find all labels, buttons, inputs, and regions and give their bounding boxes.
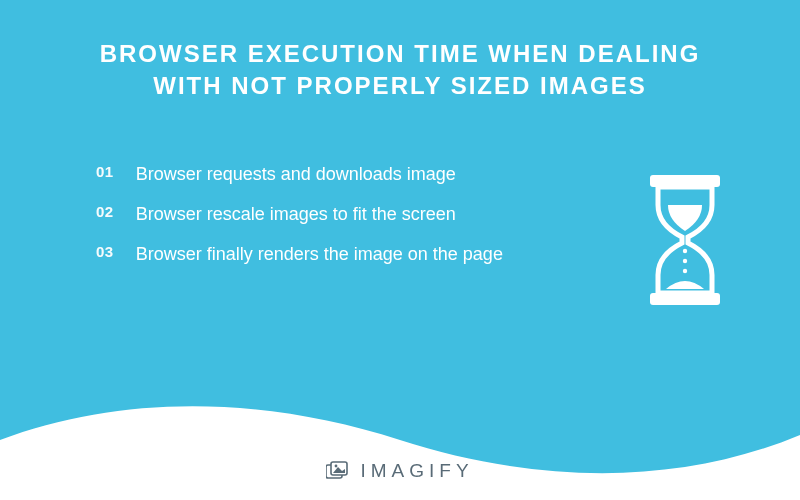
list-item: 02 Browser rescale images to fit the scr…: [96, 201, 531, 227]
brand-icon: [326, 461, 350, 481]
step-number: 01: [96, 161, 114, 184]
step-number: 02: [96, 201, 114, 224]
brand-name: IMAGIFY: [360, 460, 473, 482]
svg-point-3: [683, 259, 687, 263]
step-text: Browser finally renders the image on the…: [136, 241, 503, 267]
step-text: Browser requests and downloads image: [136, 161, 456, 187]
brand-logo: IMAGIFY: [0, 460, 800, 482]
svg-point-7: [335, 465, 338, 468]
step-number: 03: [96, 241, 114, 264]
wave-decoration: [0, 390, 800, 500]
page-title: BROWSER EXECUTION TIME WHEN DEALING WITH…: [0, 0, 800, 103]
svg-point-4: [683, 269, 687, 273]
steps-list: 01 Browser requests and downloads image …: [96, 161, 531, 267]
list-item: 03 Browser finally renders the image on …: [96, 241, 531, 267]
list-item: 01 Browser requests and downloads image: [96, 161, 531, 187]
step-text: Browser rescale images to fit the screen: [136, 201, 456, 227]
svg-point-2: [683, 249, 687, 253]
hourglass-icon: [640, 175, 730, 305]
